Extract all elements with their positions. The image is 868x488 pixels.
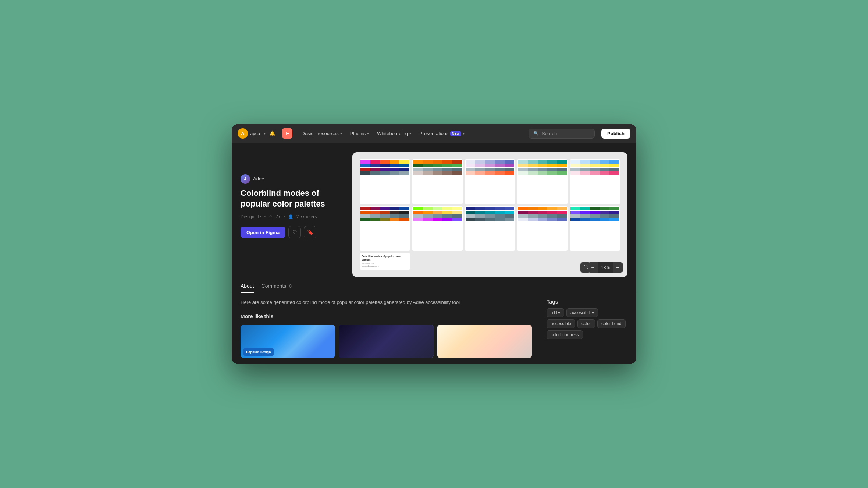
swatch-cell [452, 211, 462, 214]
swatch-cell [433, 168, 442, 171]
palette-card [412, 159, 463, 204]
swatch-cell [505, 214, 515, 218]
swatch-cell [413, 218, 423, 221]
swatch-cell [399, 207, 409, 210]
swatch-cell [547, 207, 557, 210]
swatch-cell [380, 160, 390, 164]
swatch-cell [609, 168, 619, 171]
username-label: ayca [250, 131, 260, 136]
swatch-cell [609, 218, 619, 221]
swatch-cell [452, 207, 462, 210]
swatch-cell [538, 160, 548, 164]
bookmark-icon: 🔖 [307, 229, 313, 235]
swatch-cell [433, 171, 442, 175]
swatch-cell [495, 168, 505, 171]
more-card-2[interactable] [339, 325, 433, 358]
presentations-chevron-icon: ▾ [463, 132, 465, 136]
palette-card [465, 206, 515, 251]
swatch-cell [495, 171, 505, 175]
swatch-cell [452, 218, 462, 221]
description-text: Here are some generated colorblind mode … [241, 299, 532, 358]
meta-dot-2: • [284, 214, 285, 219]
tag-chip[interactable]: colorblindness [547, 330, 583, 339]
swatch-cell [600, 160, 610, 164]
swatch-cell [557, 207, 567, 210]
zoom-in-button[interactable]: + [613, 262, 623, 273]
swatch-cell [390, 171, 400, 175]
swatch-cell [557, 164, 567, 167]
author-name[interactable]: Adee [253, 176, 264, 182]
action-row: Open in Figma ♡ 🔖 [241, 226, 344, 238]
tag-chip[interactable]: color blind [597, 319, 626, 328]
swatch-cell [570, 160, 580, 164]
like-button[interactable]: ♡ [288, 226, 301, 238]
swatch-cell [452, 160, 462, 164]
avatar[interactable]: A [238, 128, 248, 139]
nav-item-design-resources[interactable]: Design resources ▾ [298, 129, 345, 139]
swatch-cell [547, 168, 557, 171]
nav-item-presentations[interactable]: Presentations New ▾ [416, 129, 468, 139]
swatch-cell [360, 207, 370, 210]
swatch-cell [433, 211, 442, 214]
fullscreen-button[interactable]: ⛶ [580, 262, 591, 273]
swatch-cell [360, 168, 370, 171]
bookmark-button[interactable]: 🔖 [304, 226, 316, 238]
swatch-cell [609, 171, 619, 175]
search-bar[interactable]: 🔍 Search [529, 129, 595, 139]
swatch-cell [442, 211, 452, 214]
swatch-cell [495, 214, 505, 218]
swatch-cell [538, 171, 548, 175]
swatch-cell [557, 171, 567, 175]
swatch-cell [505, 211, 515, 214]
swatch-cell [538, 164, 548, 167]
swatch-cell [466, 171, 476, 175]
swatch-cell [590, 207, 600, 210]
tab-about[interactable]: About [241, 283, 254, 293]
palette-card [517, 159, 568, 204]
swatch-cell [380, 207, 390, 210]
swatch-cell [466, 168, 476, 171]
swatch-cell [570, 211, 580, 214]
swatch-cell [399, 168, 409, 171]
swatch-cell [518, 218, 528, 221]
tab-comments[interactable]: Comments 0 [262, 283, 292, 293]
users-icon: 👤 [288, 214, 294, 219]
swatch-cell [390, 164, 400, 167]
nav-item-plugins[interactable]: Plugins ▾ [346, 129, 373, 139]
swatch-cell [528, 171, 538, 175]
more-card-1[interactable]: Capsule Design [241, 325, 335, 358]
swatch-cell [475, 160, 485, 164]
more-card-3[interactable] [437, 325, 532, 358]
swatch-cell [442, 214, 452, 218]
tag-chip[interactable]: a11y [547, 308, 564, 317]
swatch-cell [570, 171, 580, 175]
swatch-cell [423, 207, 433, 210]
swatch-cell [452, 168, 462, 171]
swatch-cell [475, 207, 485, 210]
swatch-cell [433, 218, 442, 221]
publish-button[interactable]: Publish [601, 129, 630, 139]
swatch-cell [600, 164, 610, 167]
meta-users: 2.7k users [296, 214, 317, 219]
bell-icon[interactable]: 🔔 [269, 130, 275, 136]
swatch-cell [413, 160, 423, 164]
monitor: A ayca ▾ 🔔 F Design resources ▾ Plugins … [232, 124, 636, 364]
more-like-this-grid: Capsule Design [241, 325, 532, 358]
swatch-cell [360, 160, 370, 164]
tag-chip[interactable]: accessible [547, 319, 575, 328]
tag-chip[interactable]: accessibility [566, 308, 598, 317]
meta-type: Design file [241, 214, 261, 219]
swatch-cell [380, 211, 390, 214]
open-in-figma-button[interactable]: Open in Figma [241, 227, 285, 238]
swatch-cell [495, 218, 505, 221]
swatch-cell [590, 218, 600, 221]
swatch-cell [518, 160, 528, 164]
palette-card [570, 206, 620, 251]
tag-chip[interactable]: color [577, 319, 595, 328]
palette-card [412, 206, 463, 251]
swatch-cell [433, 207, 442, 210]
palette-card [517, 206, 568, 251]
nav-item-whiteboarding[interactable]: Whiteboarding ▾ [373, 129, 415, 139]
swatch-cell [475, 171, 485, 175]
swatch-cell [600, 211, 610, 214]
